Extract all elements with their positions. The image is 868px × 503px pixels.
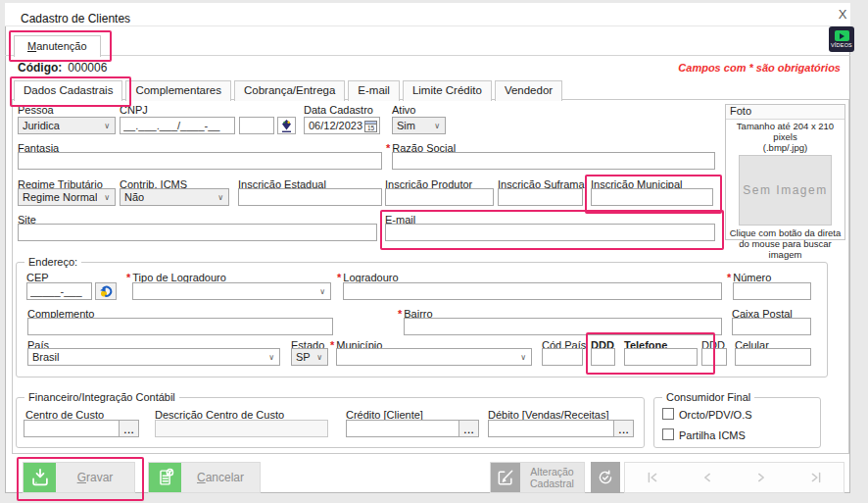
endereco-legend: Endereço:	[24, 256, 81, 268]
ddd-field[interactable]	[591, 348, 615, 366]
cadastro-clientes-window: Cadastro de Clientes X Manutenção VÍDEOS…	[0, 0, 868, 503]
window-title: Cadastro de Clientes	[21, 12, 130, 25]
debito-vendas-field[interactable]	[488, 420, 614, 437]
nav-last-button[interactable]	[804, 466, 828, 489]
centro-custo-lookup-button[interactable]: ...	[119, 420, 139, 437]
nav-first-button[interactable]	[641, 466, 664, 489]
estado-select[interactable]: SP	[291, 348, 328, 366]
consumidor-final-legend: Consumidor Final	[662, 391, 754, 403]
tab-limite-credito[interactable]: Limite Crédito	[403, 80, 492, 101]
centro-custo-field[interactable]	[24, 420, 120, 437]
buscar-cep-button[interactable]	[95, 282, 117, 300]
foto-panel-title: Foto	[726, 105, 844, 120]
historico-alteracoes-button[interactable]	[591, 462, 620, 493]
email-field[interactable]	[385, 224, 715, 241]
required-asterisk: *	[126, 272, 130, 283]
pais-select[interactable]: Brasil	[27, 348, 280, 366]
tab-dados-cadastrais[interactable]: Dados Cadastrais	[14, 80, 122, 101]
razao-social-field[interactable]	[392, 152, 715, 170]
page-tab-divider	[5, 55, 850, 56]
receita-federal-icon	[279, 119, 294, 133]
calendar-icon: 15	[364, 120, 377, 132]
contrib-icms-select[interactable]: Não	[120, 188, 229, 206]
tipo-logradouro-select[interactable]	[132, 282, 331, 300]
celular-field[interactable]	[735, 348, 811, 366]
chevron-down-icon	[100, 122, 114, 130]
pessoa-select[interactable]: Juridica	[18, 117, 116, 134]
title-bar: Cadastro de Clientes	[5, 3, 850, 26]
data-cadastro-field[interactable]: 06/12/2023 15	[304, 117, 380, 134]
videos-label: VÍDEOS	[831, 42, 852, 48]
nav-last-icon	[807, 469, 825, 486]
orcto-pdv-label: Orcto/PDV/O.S	[679, 409, 752, 421]
credito-cliente-field[interactable]	[346, 420, 459, 437]
nav-previous-icon	[699, 469, 716, 486]
fantasia-field[interactable]	[18, 152, 382, 170]
credito-lookup-button[interactable]: ...	[458, 420, 479, 437]
caixa-postal-field[interactable]	[732, 318, 811, 335]
svg-text:15: 15	[367, 124, 375, 130]
record-navigator	[624, 462, 844, 493]
telefone-field[interactable]	[624, 348, 698, 366]
site-field[interactable]	[18, 224, 377, 241]
required-asterisk: *	[386, 142, 390, 154]
numero-field[interactable]	[733, 282, 811, 300]
required-asterisk: *	[337, 272, 341, 283]
chevron-down-icon	[265, 353, 278, 362]
tab-complementares[interactable]: Complementares	[125, 80, 231, 101]
ativo-label: Ativo	[392, 104, 415, 116]
save-icon	[24, 463, 56, 492]
pessoa-label: Pessoa	[18, 104, 54, 116]
nav-next-icon	[752, 469, 770, 486]
cnpj-label: CNPJ	[120, 104, 148, 116]
foto-panel: Foto Tamanho até 204 x 210 pixels(.bmp/.…	[725, 104, 845, 240]
chevron-down-icon	[516, 353, 530, 362]
alteracao-cadastral-button[interactable]: AlteraçãoCadastral	[490, 462, 585, 493]
required-asterisk: *	[727, 272, 731, 283]
municipio-select[interactable]	[336, 348, 532, 366]
logradouro-field[interactable]	[343, 282, 722, 300]
cancel-document-icon	[149, 463, 181, 492]
complemento-field[interactable]	[27, 318, 333, 335]
consulta-receita-button[interactable]	[277, 117, 296, 134]
close-button[interactable]: X	[835, 7, 850, 22]
cnpj-secondary-field[interactable]	[239, 117, 274, 134]
tab-cobranca-entrega[interactable]: Cobrança/Entrega	[234, 80, 345, 101]
edit-pencil-icon	[491, 463, 520, 492]
chevron-down-icon	[315, 287, 329, 296]
required-asterisk: *	[398, 308, 402, 320]
ativo-select[interactable]: Sim	[392, 117, 446, 134]
debito-lookup-button[interactable]: ...	[613, 420, 634, 437]
cnpj-field[interactable]	[120, 117, 235, 134]
nav-first-icon	[644, 469, 661, 486]
inscricao-estadual-field[interactable]	[238, 188, 382, 206]
required-fields-note: Campos com * são obrigatórios	[549, 62, 841, 74]
foto-size-hint: Tamanho até 204 x 210 pixels(.bmp/.jpg)	[726, 121, 844, 153]
descricao-centro-custo-field	[155, 420, 328, 437]
inscricao-suframa-field[interactable]	[498, 188, 583, 206]
bairro-field[interactable]	[404, 318, 722, 335]
cancelar-button[interactable]: Cancelar	[148, 462, 261, 493]
chevron-down-icon	[430, 122, 444, 130]
cep-field[interactable]	[26, 282, 92, 300]
foto-placeholder[interactable]: Sem Imagem	[739, 155, 832, 226]
inscricao-municipal-field[interactable]	[591, 188, 713, 206]
regime-tributario-select[interactable]: Regime Normal	[18, 188, 116, 206]
nav-next-button[interactable]	[749, 466, 773, 489]
videos-button[interactable]: VÍDEOS	[829, 26, 854, 52]
tab-manutencao[interactable]: Manutenção	[14, 35, 101, 57]
play-icon	[835, 30, 849, 41]
tab-email[interactable]: E-mail	[348, 80, 400, 101]
data-cadastro-label: Data Cadastro	[304, 104, 373, 116]
partilha-icms-checkbox[interactable]	[662, 428, 674, 440]
tab-vendedor[interactable]: Vendedor	[495, 80, 562, 101]
gravar-button[interactable]: Gravar	[23, 462, 135, 493]
orcto-pdv-checkbox[interactable]	[662, 408, 674, 420]
cod-pais-field[interactable]	[542, 348, 583, 366]
ddd2-field[interactable]	[701, 348, 727, 366]
financeiro-legend: Financeiro/Integração Contábil	[24, 391, 179, 403]
tab-strip: Dados Cadastrais Complementares Cobrança…	[14, 80, 565, 100]
nav-previous-button[interactable]	[696, 466, 719, 489]
inscricao-produtor-field[interactable]	[385, 188, 494, 206]
required-asterisk: *	[330, 339, 334, 351]
